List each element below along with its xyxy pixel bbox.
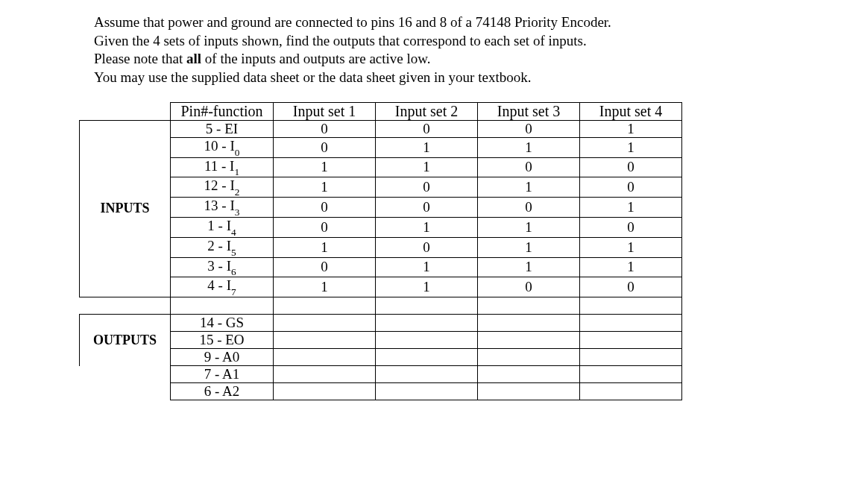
value-cell	[376, 332, 478, 349]
table-row: 1 - I4 0 1 1 0	[80, 217, 682, 237]
value-cell: 1	[274, 157, 376, 177]
pin-cell: 2 - I5	[171, 237, 274, 257]
intro-line-3-suffix: of the inputs and outputs are active low…	[201, 51, 430, 66]
pin-text: 2 - I	[207, 238, 231, 253]
pin-text: 11 - I	[204, 158, 234, 174]
value-cell: 1	[376, 277, 478, 297]
table-row: 7 - A1	[80, 366, 682, 383]
pin-text: 5 - EI	[206, 121, 238, 136]
pin-text: 13 - I	[204, 198, 235, 213]
pin-cell: 5 - EI	[171, 120, 274, 137]
pin-sub: 7	[231, 286, 236, 297]
pin-cell: 10 - I0	[171, 137, 274, 157]
value-cell: 0	[376, 198, 478, 218]
value-cell	[580, 315, 682, 332]
encoder-table: Pin#-function Input set 1 Input set 2 In…	[79, 102, 844, 400]
value-cell: 1	[580, 257, 682, 277]
value-cell	[376, 315, 478, 332]
spacer-cell	[274, 297, 376, 315]
pin-cell: 6 - A2	[171, 383, 274, 400]
table-row: 15 - EO	[80, 332, 682, 349]
pin-text: 12 - I	[204, 177, 235, 193]
pin-cell: 15 - EO	[171, 332, 274, 349]
value-cell: 0	[376, 237, 478, 257]
intro-line-4: You may use the supplied data sheet or t…	[94, 69, 844, 87]
value-cell: 1	[478, 137, 580, 157]
value-cell: 1	[478, 217, 580, 237]
table-row: 3 - I6 0 1 1 1	[80, 257, 682, 277]
pin-text: 3 - I	[207, 258, 231, 274]
intro-line-3-prefix: Please note that	[94, 51, 186, 66]
table-row: OUTPUTS 14 - GS	[80, 315, 682, 332]
value-cell: 1	[478, 237, 580, 257]
value-cell	[376, 383, 478, 400]
pin-sub: 6	[231, 266, 236, 277]
value-cell	[274, 349, 376, 366]
pin-cell: 3 - I6	[171, 257, 274, 277]
blank-cell	[80, 366, 171, 383]
header-set3: Input set 3	[478, 102, 580, 120]
table-header-row: Pin#-function Input set 1 Input set 2 In…	[80, 102, 682, 120]
pin-cell: 9 - A0	[171, 349, 274, 366]
value-cell	[376, 366, 478, 383]
value-cell: 0	[274, 198, 376, 218]
pin-sub: 3	[235, 207, 240, 218]
header-blank	[80, 102, 171, 120]
pin-sub: 0	[235, 147, 240, 158]
pin-cell: 14 - GS	[171, 315, 274, 332]
pin-cell: 12 - I2	[171, 177, 274, 198]
table-row: 6 - A2	[80, 383, 682, 400]
pin-cell: 11 - I1	[171, 157, 274, 177]
table-row: 13 - I3 0 0 0 1	[80, 198, 682, 218]
value-cell: 0	[478, 120, 580, 137]
value-cell: 0	[580, 157, 682, 177]
value-cell: 1	[580, 237, 682, 257]
value-cell: 0	[478, 157, 580, 177]
value-cell: 1	[274, 277, 376, 297]
value-cell: 0	[274, 257, 376, 277]
intro-line-3: Please note that all of the inputs and o…	[94, 50, 844, 69]
spacer-cell	[80, 297, 171, 315]
value-cell	[478, 366, 580, 383]
pin-sub: 4	[231, 227, 236, 238]
section-inputs-label: INPUTS	[80, 120, 171, 297]
value-cell: 1	[274, 237, 376, 257]
table-row: 12 - I2 1 0 1 0	[80, 177, 682, 198]
pin-cell: 13 - I3	[171, 198, 274, 218]
pin-cell: 7 - A1	[171, 366, 274, 383]
spacer-cell	[171, 297, 274, 315]
value-cell	[274, 383, 376, 400]
value-cell: 1	[376, 137, 478, 157]
value-cell: 0	[580, 177, 682, 198]
table-row: 2 - I5 1 0 1 1	[80, 237, 682, 257]
value-cell: 1	[478, 257, 580, 277]
value-cell: 0	[580, 217, 682, 237]
value-cell: 0	[274, 120, 376, 137]
value-cell	[478, 332, 580, 349]
header-set1: Input set 1	[274, 102, 376, 120]
blank-cell	[80, 383, 171, 400]
table-row: INPUTS 5 - EI 0 0 0 1	[80, 120, 682, 137]
spacer-cell	[376, 297, 478, 315]
value-cell	[274, 366, 376, 383]
header-set4: Input set 4	[580, 102, 682, 120]
value-cell: 0	[376, 120, 478, 137]
value-cell: 1	[376, 257, 478, 277]
value-cell: 1	[376, 217, 478, 237]
value-cell: 0	[478, 277, 580, 297]
value-cell: 1	[376, 157, 478, 177]
value-cell	[478, 383, 580, 400]
value-cell	[376, 349, 478, 366]
value-cell	[274, 315, 376, 332]
value-cell	[580, 383, 682, 400]
table-row: 4 - I7 1 1 0 0	[80, 277, 682, 297]
section-outputs-label: OUTPUTS	[80, 315, 171, 366]
value-cell	[580, 332, 682, 349]
pin-text: 1 - I	[207, 218, 231, 233]
table-row: 11 - I1 1 1 0 0	[80, 157, 682, 177]
value-cell: 1	[478, 177, 580, 198]
header-set2: Input set 2	[376, 102, 478, 120]
problem-statement: Assume that power and ground are connect…	[94, 13, 844, 87]
value-cell: 1	[274, 177, 376, 198]
intro-line-3-bold: all	[186, 51, 201, 66]
